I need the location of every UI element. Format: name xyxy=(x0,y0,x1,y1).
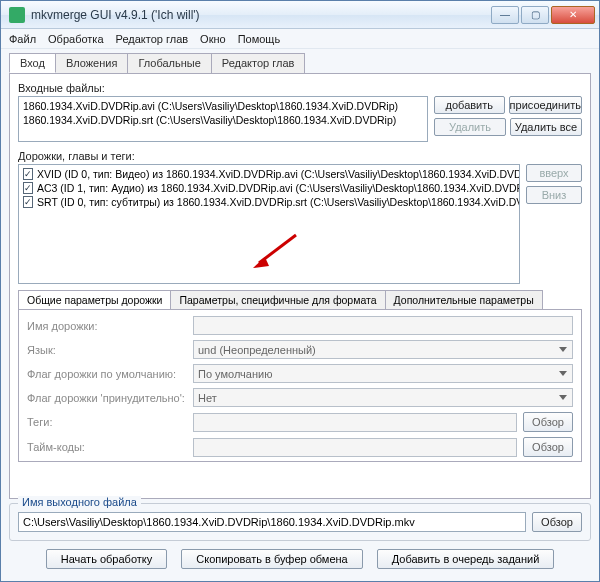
list-item[interactable]: 1860.1934.XviD.DVDRip.avi (C:\Users\Vasi… xyxy=(23,99,423,113)
tags-input[interactable] xyxy=(193,413,517,432)
menu-window[interactable]: Окно xyxy=(200,33,226,45)
menu-processing[interactable]: Обработка xyxy=(48,33,103,45)
checkbox-icon[interactable]: ✓ xyxy=(23,168,33,180)
copy-clipboard-button[interactable]: Скопировать в буфер обмена xyxy=(181,549,362,569)
delete-button[interactable]: Удалить xyxy=(434,118,506,136)
label-timecodes: Тайм-коды: xyxy=(27,441,187,453)
chevron-down-icon xyxy=(559,347,567,352)
tags-browse-button[interactable]: Обзор xyxy=(523,412,573,432)
up-button[interactable]: вверх xyxy=(526,164,582,182)
app-window: mkvmerge GUI v4.9.1 ('Ich will') — ▢ ✕ Ф… xyxy=(0,0,600,582)
window-title: mkvmerge GUI v4.9.1 ('Ich will') xyxy=(31,8,491,22)
language-select[interactable]: und (Неопределенный) xyxy=(193,340,573,359)
label-tags: Теги: xyxy=(27,416,187,428)
checkbox-icon[interactable]: ✓ xyxy=(23,182,33,194)
tracks-listbox[interactable]: ✓XVID (ID 0, тип: Видео) из 1860.1934.Xv… xyxy=(18,164,520,284)
start-button[interactable]: Начать обработку xyxy=(46,549,168,569)
label-forced-flag: Флаг дорожки 'принудительно': xyxy=(27,392,187,404)
add-button[interactable]: добавить xyxy=(434,96,505,114)
label-input-files: Входные файлы: xyxy=(18,82,582,94)
tab-attachments[interactable]: Вложения xyxy=(55,53,129,73)
list-item[interactable]: 1860.1934.XviD.DVDRip.srt (C:\Users\Vasi… xyxy=(23,113,423,127)
bottom-button-row: Начать обработку Скопировать в буфер обм… xyxy=(9,549,591,573)
output-path-input[interactable] xyxy=(18,512,526,532)
append-button[interactable]: присоединить xyxy=(509,96,582,114)
menu-file[interactable]: Файл xyxy=(9,33,36,45)
timecodes-input[interactable] xyxy=(193,438,517,457)
chevron-down-icon xyxy=(559,395,567,400)
label-tracks: Дорожки, главы и теги: xyxy=(18,150,582,162)
checkbox-icon[interactable]: ✓ xyxy=(23,196,33,208)
track-options-tabstrip: Общие параметры дорожки Параметры, специ… xyxy=(18,290,582,309)
tab-extra-options[interactable]: Дополнительные параметры xyxy=(385,290,543,309)
chevron-down-icon xyxy=(559,371,567,376)
down-button[interactable]: Вниз xyxy=(526,186,582,204)
titlebar[interactable]: mkvmerge GUI v4.9.1 ('Ich will') — ▢ ✕ xyxy=(1,1,599,29)
label-output-file: Имя выходного файла xyxy=(18,496,141,508)
track-row[interactable]: ✓XVID (ID 0, тип: Видео) из 1860.1934.Xv… xyxy=(23,167,515,181)
delete-all-button[interactable]: Удалить все xyxy=(510,118,582,136)
menu-chapter-editor[interactable]: Редактор глав xyxy=(116,33,189,45)
default-flag-select[interactable]: По умолчанию xyxy=(193,364,573,383)
output-browse-button[interactable]: Обзор xyxy=(532,512,582,532)
timecodes-browse-button[interactable]: Обзор xyxy=(523,437,573,457)
minimize-button[interactable]: — xyxy=(491,6,519,24)
tab-input[interactable]: Вход xyxy=(9,53,56,73)
tab-body: Входные файлы: 1860.1934.XviD.DVDRip.avi… xyxy=(9,73,591,499)
label-track-name: Имя дорожки: xyxy=(27,320,187,332)
input-files-listbox[interactable]: 1860.1934.XviD.DVDRip.avi (C:\Users\Vasi… xyxy=(18,96,428,142)
menubar: Файл Обработка Редактор глав Окно Помощь xyxy=(1,29,599,49)
menu-help[interactable]: Помощь xyxy=(238,33,281,45)
tab-format-options[interactable]: Параметры, специфичные для формата xyxy=(170,290,385,309)
track-row[interactable]: ✓AC3 (ID 1, тип: Аудио) из 1860.1934.Xvi… xyxy=(23,181,515,195)
tab-global[interactable]: Глобальные xyxy=(127,53,211,73)
track-row[interactable]: ✓SRT (ID 0, тип: субтитры) из 1860.1934.… xyxy=(23,195,515,209)
close-button[interactable]: ✕ xyxy=(551,6,595,24)
app-icon xyxy=(9,7,25,23)
tab-general-options[interactable]: Общие параметры дорожки xyxy=(18,290,171,309)
label-default-flag: Флаг дорожки по умолчанию: xyxy=(27,368,187,380)
maximize-button[interactable]: ▢ xyxy=(521,6,549,24)
track-options-body: Имя дорожки: Язык:und (Неопределенный) Ф… xyxy=(18,309,582,462)
main-tabstrip: Вход Вложения Глобальные Редактор глав xyxy=(9,53,591,73)
add-to-queue-button[interactable]: Добавить в очередь заданий xyxy=(377,549,555,569)
tab-chapter-editor[interactable]: Редактор глав xyxy=(211,53,306,73)
forced-flag-select[interactable]: Нет xyxy=(193,388,573,407)
track-name-input[interactable] xyxy=(193,316,573,335)
output-groupbox: Имя выходного файла Обзор xyxy=(9,503,591,541)
label-language: Язык: xyxy=(27,344,187,356)
